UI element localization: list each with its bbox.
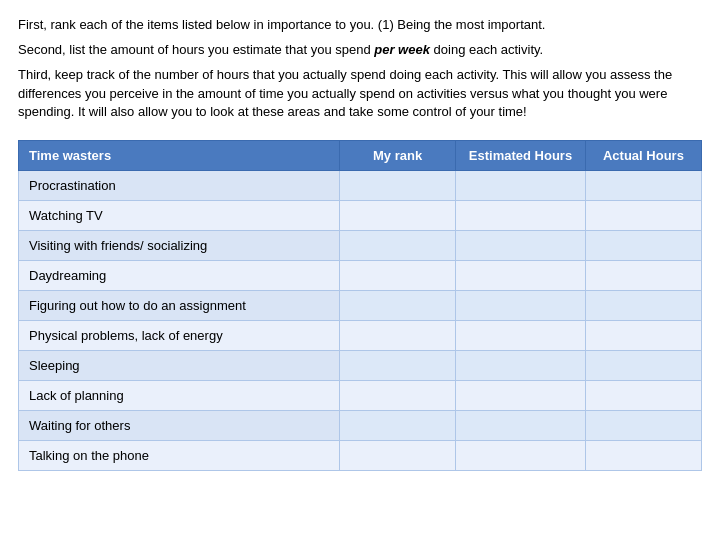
cell-col-1[interactable]: [340, 321, 456, 351]
activity-label: Lack of planning: [19, 381, 340, 411]
table-wrapper: Time wasters My rank Estimated Hours Act…: [18, 140, 702, 471]
table-header-row: Time wasters My rank Estimated Hours Act…: [19, 141, 702, 171]
cell-col-2[interactable]: [456, 381, 586, 411]
cell-col-2[interactable]: [456, 441, 586, 471]
cell-col-1[interactable]: [340, 441, 456, 471]
intro-line2-post: doing each activity.: [430, 42, 543, 57]
activity-label: Watching TV: [19, 201, 340, 231]
cell-col-1[interactable]: [340, 231, 456, 261]
time-wasters-table: Time wasters My rank Estimated Hours Act…: [18, 140, 702, 471]
cell-col-2[interactable]: [456, 171, 586, 201]
cell-col-2[interactable]: [456, 261, 586, 291]
table-row: Procrastination: [19, 171, 702, 201]
intro-line2-pre: Second, list the amount of hours you est…: [18, 42, 374, 57]
cell-col-1[interactable]: [340, 171, 456, 201]
cell-col-3[interactable]: [585, 381, 701, 411]
cell-col-3[interactable]: [585, 231, 701, 261]
table-row: Physical problems, lack of energy: [19, 321, 702, 351]
activity-label: Daydreaming: [19, 261, 340, 291]
cell-col-2[interactable]: [456, 321, 586, 351]
intro-line2-bold-italic: per week: [374, 42, 430, 57]
col-header-actual-hours: Actual Hours: [585, 141, 701, 171]
cell-col-2[interactable]: [456, 411, 586, 441]
intro-line3: Third, keep track of the number of hours…: [18, 66, 702, 123]
table-row: Daydreaming: [19, 261, 702, 291]
table-row: Watching TV: [19, 201, 702, 231]
cell-col-2[interactable]: [456, 351, 586, 381]
activity-label: Procrastination: [19, 171, 340, 201]
cell-col-1[interactable]: [340, 351, 456, 381]
col-header-estimated-hours: Estimated Hours: [456, 141, 586, 171]
cell-col-1[interactable]: [340, 201, 456, 231]
cell-col-2[interactable]: [456, 201, 586, 231]
cell-col-1[interactable]: [340, 411, 456, 441]
activity-label: Waiting for others: [19, 411, 340, 441]
cell-col-3[interactable]: [585, 411, 701, 441]
col-header-my-rank: My rank: [340, 141, 456, 171]
table-row: Waiting for others: [19, 411, 702, 441]
cell-col-3[interactable]: [585, 261, 701, 291]
intro-line2: Second, list the amount of hours you est…: [18, 41, 702, 60]
cell-col-3[interactable]: [585, 201, 701, 231]
cell-col-3[interactable]: [585, 351, 701, 381]
cell-col-1[interactable]: [340, 381, 456, 411]
table-row: Lack of planning: [19, 381, 702, 411]
intro-section: First, rank each of the items listed bel…: [18, 16, 702, 122]
activity-label: Sleeping: [19, 351, 340, 381]
cell-col-3[interactable]: [585, 171, 701, 201]
cell-col-2[interactable]: [456, 291, 586, 321]
table-row: Talking on the phone: [19, 441, 702, 471]
cell-col-3[interactable]: [585, 441, 701, 471]
activity-label: Figuring out how to do an assignment: [19, 291, 340, 321]
cell-col-2[interactable]: [456, 231, 586, 261]
table-body: ProcrastinationWatching TVVisiting with …: [19, 171, 702, 471]
activity-label: Visiting with friends/ socializing: [19, 231, 340, 261]
table-row: Visiting with friends/ socializing: [19, 231, 702, 261]
cell-col-1[interactable]: [340, 291, 456, 321]
activity-label: Talking on the phone: [19, 441, 340, 471]
intro-line1: First, rank each of the items listed bel…: [18, 16, 702, 35]
col-header-time-wasters: Time wasters: [19, 141, 340, 171]
table-row: Figuring out how to do an assignment: [19, 291, 702, 321]
cell-col-3[interactable]: [585, 321, 701, 351]
table-row: Sleeping: [19, 351, 702, 381]
activity-label: Physical problems, lack of energy: [19, 321, 340, 351]
cell-col-3[interactable]: [585, 291, 701, 321]
cell-col-1[interactable]: [340, 261, 456, 291]
